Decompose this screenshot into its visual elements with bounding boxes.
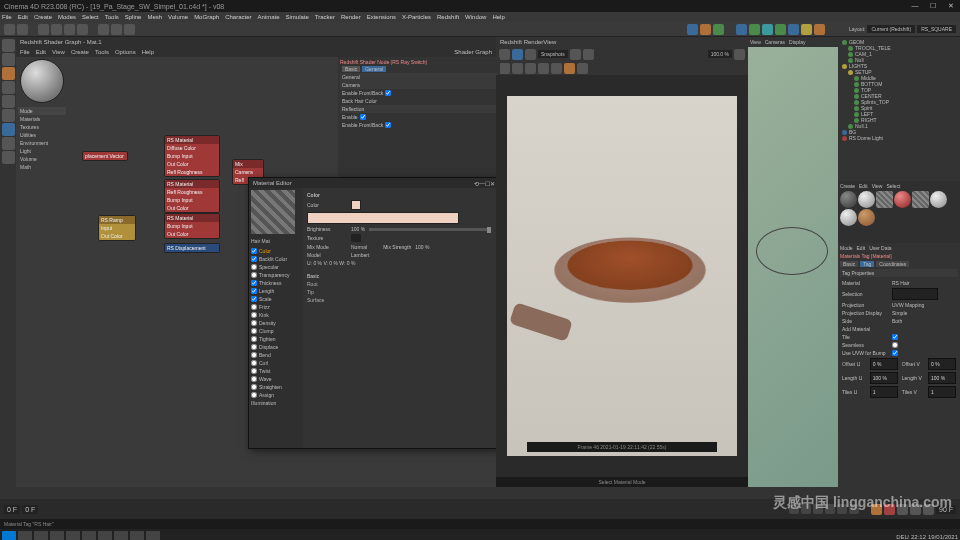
lbl-thickness[interactable]: Thickness: [259, 280, 282, 286]
menu-render[interactable]: Render: [341, 14, 361, 20]
lbl-clump[interactable]: Clump: [259, 328, 273, 334]
tray-date[interactable]: 19/01/2021: [928, 534, 958, 540]
mat-ball-8[interactable]: [858, 209, 875, 226]
sg-menu-view[interactable]: View: [52, 49, 65, 55]
menu-mesh[interactable]: Mesh: [147, 14, 162, 20]
chk-length[interactable]: [251, 288, 257, 294]
color-gradient[interactable]: [307, 212, 459, 224]
point-mode-icon[interactable]: [2, 81, 15, 94]
lenu-input[interactable]: [870, 372, 898, 384]
texture-mode-icon[interactable]: [2, 67, 15, 80]
poly-mode-icon[interactable]: [2, 109, 15, 122]
lenv-input[interactable]: [928, 372, 956, 384]
timeline-ruler[interactable]: [0, 487, 960, 499]
snap-icon[interactable]: [2, 151, 15, 164]
chk-twist[interactable]: [251, 368, 257, 374]
zaxis-icon[interactable]: [124, 24, 135, 35]
chk-scale[interactable]: [251, 296, 257, 302]
goto-end-button[interactable]: [849, 504, 859, 514]
sg-menu-file[interactable]: File: [20, 49, 30, 55]
lbl-curl[interactable]: Curl: [259, 360, 268, 366]
mat-ball-2[interactable]: [858, 191, 875, 208]
next-frame-button[interactable]: [837, 504, 847, 514]
chk-straighten[interactable]: [251, 384, 257, 390]
maximize-button[interactable]: ☐: [928, 2, 938, 10]
tilev-input[interactable]: [928, 386, 956, 398]
prev-frame-button[interactable]: [801, 504, 811, 514]
redo-icon[interactable]: [17, 24, 28, 35]
chk-assign[interactable]: [251, 392, 257, 398]
object-manager[interactable]: GEOM TROCKL_TELE CAM_1 Null LIGHTS SETUP…: [838, 37, 960, 181]
menu-volume[interactable]: Volume: [168, 14, 188, 20]
rv-render-icon[interactable]: [512, 49, 523, 60]
cat-materials[interactable]: Materials: [18, 115, 66, 123]
chk-backlit[interactable]: [251, 256, 257, 262]
timeline-current[interactable]: 0 F: [22, 505, 38, 514]
shadergraph-tab[interactable]: Redshift Shader Graph - Mat.1: [20, 39, 102, 45]
material-preview-sphere[interactable]: [20, 59, 64, 103]
cat-light[interactable]: Light: [18, 147, 66, 155]
minimize-button[interactable]: —: [910, 2, 920, 10]
chk-bend[interactable]: [251, 352, 257, 358]
spline-primitive-icon[interactable]: [749, 24, 760, 35]
rv-ipr-icon[interactable]: [538, 63, 549, 74]
cat-utilities[interactable]: Utilities: [18, 131, 66, 139]
chk-tighten[interactable]: [251, 336, 257, 342]
generator-icon[interactable]: [762, 24, 773, 35]
mateditor-preview[interactable]: [251, 190, 295, 234]
timeline-end[interactable]: 90 F: [936, 505, 956, 514]
tileu-input[interactable]: [870, 386, 898, 398]
menu-modes[interactable]: Modes: [58, 14, 76, 20]
lbl-scale[interactable]: Scale: [259, 296, 272, 302]
layout-dropdown[interactable]: Current (Redshift): [867, 25, 915, 33]
taskbar-app1[interactable]: [34, 531, 48, 540]
nodeattr-reflection-hdr[interactable]: Reflection: [340, 105, 498, 113]
timeline[interactable]: 0 F 0 F 90 F: [0, 487, 960, 519]
material-manager[interactable]: Create Edit View Select: [838, 181, 960, 243]
menu-tools[interactable]: Tools: [105, 14, 119, 20]
node-rs-material-1[interactable]: RS Material Diffuse Color Bump Input Out…: [164, 135, 220, 177]
taskbar-app7[interactable]: [130, 531, 144, 540]
lbl-length[interactable]: Length: [259, 288, 274, 294]
rv-fit-icon[interactable]: [734, 49, 745, 60]
taskbar-app4[interactable]: [82, 531, 96, 540]
search-field[interactable]: RS_SQUARE: [917, 25, 956, 33]
am-edit[interactable]: Edit: [857, 245, 866, 251]
brightness-value[interactable]: 100 %: [351, 226, 365, 232]
rv-save-icon[interactable]: [583, 49, 594, 60]
obj-domelight[interactable]: RS Dome Light: [840, 135, 958, 141]
workplane-icon[interactable]: [2, 137, 15, 150]
am-mode[interactable]: Mode: [840, 245, 853, 251]
lbl-displace[interactable]: Displace: [259, 344, 278, 350]
enable-frontback-check[interactable]: [385, 90, 391, 96]
close-button[interactable]: ✕: [946, 2, 956, 10]
basic-hdr[interactable]: Basic: [307, 272, 495, 280]
rv-snap-icon[interactable]: [570, 49, 581, 60]
menu-extensions[interactable]: Extensions: [367, 14, 396, 20]
selection-input[interactable]: [892, 288, 938, 300]
goto-start-button[interactable]: [789, 504, 799, 514]
am-tab-basic[interactable]: Basic: [840, 261, 858, 267]
menu-mograph[interactable]: MoGraph: [194, 14, 219, 20]
mat-ball-4[interactable]: [894, 191, 911, 208]
play-button[interactable]: [825, 504, 835, 514]
nodeattr-tab-basic[interactable]: Basic: [342, 66, 360, 72]
lbl-backlit[interactable]: Backlit Color: [259, 256, 287, 262]
offv-input[interactable]: [928, 358, 956, 370]
lbl-straighten[interactable]: Straighten: [259, 384, 282, 390]
useuvw-check[interactable]: [892, 350, 898, 356]
mat-ball-5[interactable]: [912, 191, 929, 208]
mm-select[interactable]: Select: [886, 183, 900, 189]
lbl-frizz[interactable]: Frizz: [259, 304, 270, 310]
lbl-tighten[interactable]: Tighten: [259, 336, 276, 342]
side-value[interactable]: Both: [892, 318, 902, 324]
am-userdata[interactable]: User Data: [869, 245, 892, 251]
lbl-twist[interactable]: Twist: [259, 368, 270, 374]
lbl-wave[interactable]: Wave: [259, 376, 272, 382]
mm-create[interactable]: Create: [840, 183, 855, 189]
render-region-icon[interactable]: [700, 24, 711, 35]
cube-primitive-icon[interactable]: [736, 24, 747, 35]
scale-tool-icon[interactable]: [64, 24, 75, 35]
projdisp-value[interactable]: Simple: [892, 310, 907, 316]
node-rs-displacement[interactable]: RS Displacement: [164, 243, 220, 253]
